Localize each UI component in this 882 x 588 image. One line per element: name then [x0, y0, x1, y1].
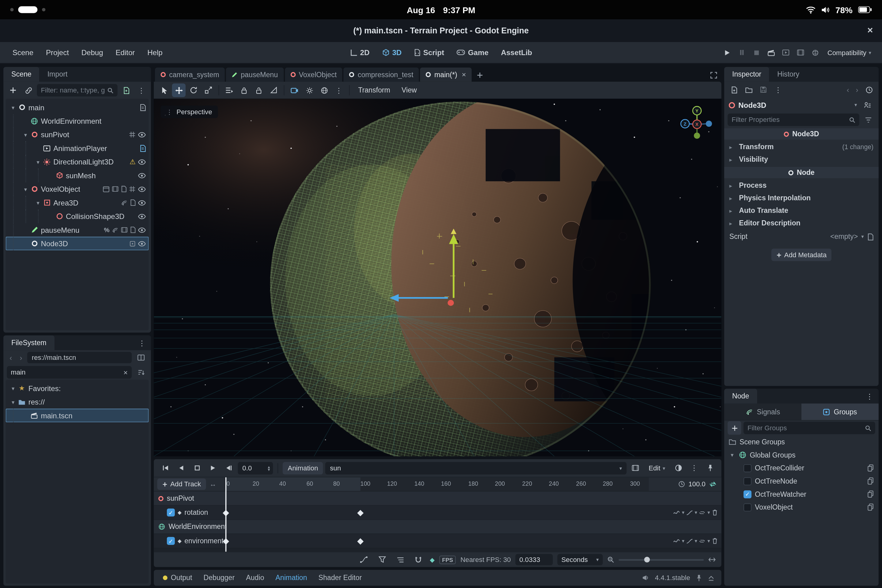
- menu-scene[interactable]: Scene: [7, 46, 39, 59]
- bottom-tab-audio[interactable]: Audio: [240, 570, 270, 586]
- signal-badge-icon[interactable]: [112, 227, 118, 233]
- script-badge-icon[interactable]: [130, 226, 136, 233]
- split-view-icon[interactable]: [134, 351, 147, 364]
- environment-settings-icon[interactable]: [317, 83, 331, 97]
- loop-icon[interactable]: [709, 480, 717, 488]
- filter-groups-input[interactable]: Filter Groups: [744, 422, 875, 434]
- play-animation-icon[interactable]: [206, 461, 220, 475]
- viewport-menu-icon[interactable]: ⋮: [332, 83, 345, 97]
- filter-tracks-icon[interactable]: [375, 553, 389, 566]
- play-backwards-icon[interactable]: [174, 461, 188, 475]
- history-back-icon[interactable]: ‹: [844, 86, 852, 94]
- favorites-row[interactable]: ▾ ★ Favorites:: [6, 381, 149, 395]
- sort-files-icon[interactable]: [134, 366, 147, 379]
- collapse-arrow-icon[interactable]: ▾: [34, 159, 42, 165]
- script-value[interactable]: <empty>: [830, 233, 858, 241]
- remote-debug-icon[interactable]: [808, 46, 822, 59]
- tab-signals[interactable]: Signals: [724, 404, 801, 420]
- animation-libraries-icon[interactable]: [629, 461, 642, 475]
- tree-row-sunpivot[interactable]: ▾ sunPivot: [6, 128, 149, 141]
- track-environment[interactable]: ✓ ◆ environment ▾ ▾ ▾: [154, 534, 721, 548]
- track-enabled-checkbox[interactable]: ✓: [167, 508, 175, 517]
- visibility-eye-icon[interactable]: [138, 213, 146, 219]
- edit-menu-button[interactable]: Edit ▾: [645, 462, 669, 474]
- instance-scene-button[interactable]: [21, 83, 35, 97]
- collapse-arrow-icon[interactable]: ▾: [729, 452, 736, 458]
- play-backwards-from-end-icon[interactable]: [158, 461, 172, 475]
- workspace-script[interactable]: Script: [409, 46, 449, 59]
- script-icon[interactable]: [140, 144, 146, 152]
- tree-row-worldenvironment[interactable]: WorldEnvironment: [6, 114, 149, 128]
- visibility-eye-icon[interactable]: [138, 172, 146, 178]
- play-from-end-icon[interactable]: [222, 461, 236, 475]
- loop-mode-icon[interactable]: [699, 510, 706, 515]
- scene-tab-voxelobject[interactable]: VoxelObject: [285, 68, 343, 82]
- grid-badge-icon[interactable]: [129, 186, 136, 192]
- tab-node[interactable]: Node: [724, 388, 757, 404]
- tree-row-voxelobject[interactable]: ▾ VoxelObject: [6, 182, 149, 196]
- new-resource-icon[interactable]: [727, 83, 741, 96]
- collapse-arrow-icon[interactable]: ▾: [9, 385, 17, 391]
- axis-gizmo[interactable]: Y Z X: [678, 103, 716, 140]
- tree-row-node3d-selected[interactable]: Node3D: [6, 237, 149, 250]
- tab-history[interactable]: History: [769, 67, 807, 82]
- visibility-eye-icon[interactable]: [138, 200, 146, 206]
- viewport-canvas[interactable]: [154, 99, 721, 456]
- rotate-tool-icon[interactable]: [187, 83, 200, 97]
- stop-button[interactable]: [750, 46, 763, 59]
- collapse-arrow-icon[interactable]: ▾: [21, 186, 29, 192]
- time-unit-select[interactable]: Seconds ▾: [557, 554, 603, 566]
- movie-maker-icon[interactable]: [764, 46, 778, 59]
- group-checkbox-checked[interactable]: ✓: [744, 490, 752, 498]
- tree-row-collisionshape3d[interactable]: CollisionShape3D: [6, 210, 149, 223]
- tab-filesystem[interactable]: FileSystem: [3, 335, 54, 350]
- scene-tab-camera-system[interactable]: camera_system: [155, 68, 225, 82]
- track-enabled-checkbox[interactable]: ✓: [167, 537, 175, 545]
- group-tracks-icon[interactable]: [393, 553, 407, 566]
- chevron-down-icon[interactable]: ▾: [854, 102, 857, 108]
- section-transform[interactable]: ▸ Transform (1 change): [724, 141, 879, 153]
- res-root-row[interactable]: ▾ res://: [6, 395, 149, 408]
- bezier-editor-icon[interactable]: [357, 553, 370, 566]
- film-badge-icon[interactable]: [112, 186, 118, 192]
- script-icon[interactable]: [140, 104, 146, 111]
- 3d-viewport[interactable]: ⋮ Perspective Y Z X: [154, 99, 721, 456]
- grid-badge-icon[interactable]: [129, 131, 136, 138]
- unique-name-badge-icon[interactable]: %: [104, 226, 110, 233]
- interpolation-mode-icon[interactable]: [686, 510, 693, 515]
- property-filter-icon[interactable]: [861, 113, 875, 126]
- move-tool-icon[interactable]: [172, 83, 186, 97]
- track-group-sunpivot[interactable]: sunPivot: [154, 492, 721, 506]
- signal-badge-icon[interactable]: [121, 200, 128, 206]
- panel-badge-icon[interactable]: [103, 186, 110, 192]
- step-input[interactable]: 0.0333: [515, 554, 553, 566]
- filesystem-menu-button[interactable]: ⋮: [135, 336, 148, 350]
- renderer-selector[interactable]: Compatibility ▾: [824, 46, 875, 59]
- delete-track-icon[interactable]: [712, 509, 718, 516]
- visibility-eye-icon[interactable]: [138, 240, 146, 246]
- copy-name-icon[interactable]: [867, 490, 874, 498]
- animation-menu-button[interactable]: Animation: [283, 462, 323, 474]
- expand-bottom-panel-icon[interactable]: [708, 574, 714, 581]
- copy-name-icon[interactable]: [867, 464, 874, 472]
- menu-project[interactable]: Project: [40, 46, 74, 59]
- group-checkbox[interactable]: [744, 464, 752, 472]
- collapse-arrow-icon[interactable]: ▾: [21, 131, 29, 138]
- menu-help[interactable]: Help: [142, 46, 168, 59]
- group-checkbox[interactable]: [744, 477, 752, 485]
- distraction-free-icon[interactable]: [706, 68, 720, 81]
- pause-button[interactable]: [735, 46, 748, 59]
- animation-name-dropdown[interactable]: sun ▾: [326, 462, 627, 474]
- workspace-3d[interactable]: 3D: [377, 46, 407, 59]
- collapse-arrow-icon[interactable]: ▾: [9, 104, 17, 110]
- add-group-button[interactable]: [728, 421, 741, 435]
- global-groups-row[interactable]: ▾ Global Groups: [724, 448, 879, 462]
- visibility-eye-icon[interactable]: [138, 226, 146, 233]
- animation-length-value[interactable]: 100.0: [688, 480, 706, 488]
- bottom-tab-debugger[interactable]: Debugger: [198, 570, 240, 586]
- transform-menu[interactable]: Transform: [353, 84, 395, 96]
- save-resource-icon[interactable]: [756, 83, 770, 96]
- collapse-arrow-icon[interactable]: ▾: [9, 399, 17, 405]
- track-group-worldenvironment[interactable]: WorldEnvironment: [154, 520, 721, 534]
- group-row-voxelobject[interactable]: VoxelObject: [724, 501, 879, 514]
